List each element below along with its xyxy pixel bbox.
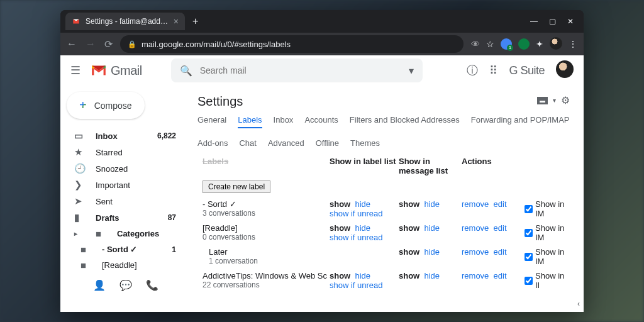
inbox-icon: ▭ xyxy=(74,130,86,142)
important-icon: ❯ xyxy=(74,179,86,191)
search-input[interactable] xyxy=(200,65,401,75)
settings-gear-icon[interactable]: ⚙ xyxy=(561,94,570,106)
close-window-button[interactable]: ✕ xyxy=(567,17,574,26)
tab-inbox[interactable]: Inbox xyxy=(274,115,294,128)
clock-icon: 🕘 xyxy=(74,163,86,174)
extension-2-icon[interactable] xyxy=(518,38,530,50)
edit-link[interactable]: edit xyxy=(494,247,507,257)
maximize-button[interactable]: ▢ xyxy=(549,17,556,26)
show-in-imap-checkbox[interactable] xyxy=(525,253,533,261)
label-row: Later1 conversation show hide remove edi… xyxy=(197,245,571,269)
show-link[interactable]: show xyxy=(399,247,419,257)
col-actions: Actions xyxy=(462,157,525,175)
browser-toolbar: ← → ⟳ 🔒 mail.google.com/mail/u/0/#settin… xyxy=(60,33,584,55)
label-row: AddictiveTips: Windows & Web Sc22 conver… xyxy=(197,269,571,292)
tab-chat[interactable]: Chat xyxy=(239,138,256,150)
tab-labels[interactable]: Labels xyxy=(238,115,262,128)
new-tab-button[interactable]: + xyxy=(192,16,198,27)
density-caret-icon[interactable]: ▾ xyxy=(553,97,556,104)
extension-1-icon[interactable]: 1 xyxy=(501,38,512,50)
account-avatar[interactable] xyxy=(556,60,574,81)
profile-avatar-icon[interactable] xyxy=(550,37,562,52)
tab-forwarding[interactable]: Forwarding and POP/IMAP xyxy=(471,115,570,128)
phone-icon[interactable]: 📞 xyxy=(146,279,158,291)
hangouts-icon[interactable]: 💬 xyxy=(119,279,132,291)
hide-link[interactable]: hide xyxy=(424,247,440,257)
show-unread-link[interactable]: show if unread xyxy=(330,280,383,290)
sent-icon: ➤ xyxy=(74,196,86,207)
forward-button[interactable]: → xyxy=(86,38,96,50)
search-box[interactable]: 🔍 ▾ xyxy=(171,58,423,82)
tab-themes[interactable]: Themes xyxy=(350,138,380,150)
tab-close-icon[interactable]: × xyxy=(174,16,179,26)
apps-grid-icon[interactable]: ⠿ xyxy=(489,64,497,77)
show-unread-link[interactable]: show if unread xyxy=(330,233,383,242)
tab-offline[interactable]: Offline xyxy=(316,138,339,150)
show-unread-link[interactable]: show if unread xyxy=(330,209,383,218)
label-row: - Sortd ✓3 conversations show hideshow i… xyxy=(197,197,571,221)
remove-link[interactable]: remove xyxy=(462,223,489,233)
tab-advanced[interactable]: Advanced xyxy=(268,138,304,150)
show-link[interactable]: show xyxy=(399,199,419,209)
support-icon[interactable]: ⓘ xyxy=(467,63,478,78)
show-link[interactable]: show xyxy=(330,223,350,233)
sidebar-item-sortd[interactable]: ■- Sortd ✓1 xyxy=(60,242,186,257)
hide-link[interactable]: hide xyxy=(424,199,440,209)
show-link[interactable]: show xyxy=(330,199,350,209)
gmail-logo[interactable]: Gmail xyxy=(91,64,142,78)
plus-icon: + xyxy=(79,98,87,113)
show-link[interactable]: show xyxy=(399,271,419,280)
show-link[interactable]: show xyxy=(399,223,419,233)
create-label-button[interactable]: Create new label xyxy=(203,180,270,193)
hide-link[interactable]: hide xyxy=(424,271,440,280)
hide-link[interactable]: hide xyxy=(355,271,370,280)
remove-link[interactable]: remove xyxy=(462,247,489,257)
sidebar-item-starred[interactable]: ★Starred xyxy=(60,144,186,160)
sidebar-item-snoozed[interactable]: 🕘Snoozed xyxy=(60,160,186,177)
edit-link[interactable]: edit xyxy=(494,223,507,233)
hide-link[interactable]: hide xyxy=(355,199,370,209)
label-icon: ■ xyxy=(80,244,92,255)
menu-hamburger-icon[interactable]: ☰ xyxy=(70,64,80,77)
titlebar: Settings - fatima@addictivetips.c × + — … xyxy=(60,10,584,33)
sidebar-item-categories[interactable]: ▸■Categories xyxy=(60,226,186,242)
compose-label: Compose xyxy=(94,101,132,111)
remove-link[interactable]: remove xyxy=(462,199,489,209)
side-panel-toggle-icon[interactable]: ‹ xyxy=(577,299,580,308)
tab-accounts[interactable]: Accounts xyxy=(304,115,338,128)
show-in-imap-checkbox[interactable] xyxy=(525,277,533,285)
browser-menu-icon[interactable]: ⋮ xyxy=(569,39,577,49)
tab-addons[interactable]: Add-ons xyxy=(197,138,228,150)
sidebar-item-readdle[interactable]: ■[Readdle] xyxy=(60,257,186,273)
tab-filters[interactable]: Filters and Blocked Addresses xyxy=(350,115,460,128)
sidebar-item-inbox[interactable]: ▭Inbox6,822 xyxy=(60,128,186,144)
label-row: [Readdle]0 conversations show hideshow i… xyxy=(197,221,571,245)
hide-link[interactable]: hide xyxy=(424,223,440,233)
reload-button[interactable]: ⟳ xyxy=(104,38,113,50)
show-in-imap-checkbox[interactable] xyxy=(525,205,533,213)
eye-icon[interactable]: 👁 xyxy=(471,39,480,49)
bookmark-star-icon[interactable]: ☆ xyxy=(486,39,494,49)
remove-link[interactable]: remove xyxy=(462,271,489,280)
minimize-button[interactable]: — xyxy=(530,17,538,26)
hide-link[interactable]: hide xyxy=(355,223,370,233)
compose-button[interactable]: + Compose xyxy=(67,92,145,119)
contacts-icon[interactable]: 👤 xyxy=(93,279,106,291)
tab-general[interactable]: General xyxy=(197,115,226,128)
sidebar-item-important[interactable]: ❯Important xyxy=(60,177,186,193)
sidebar-item-sent[interactable]: ➤Sent xyxy=(60,193,186,209)
edit-link[interactable]: edit xyxy=(494,199,507,209)
show-link[interactable]: show xyxy=(330,271,350,280)
browser-tab[interactable]: Settings - fatima@addictivetips.c × xyxy=(65,13,185,30)
show-in-imap-checkbox[interactable] xyxy=(525,229,533,237)
page-content: ☰ Gmail 🔍 ▾ ⓘ ⠿ G Suite + Compose xyxy=(60,55,584,312)
gmail-m-icon xyxy=(91,64,107,77)
sidebar-item-drafts[interactable]: ▮Drafts87 xyxy=(60,209,186,226)
settings-main: Settings ▬ ▾ ⚙ General Labels Inbox Acco… xyxy=(186,86,584,312)
search-options-icon[interactable]: ▾ xyxy=(409,65,414,77)
extensions-puzzle-icon[interactable]: ✦ xyxy=(536,39,543,49)
back-button[interactable]: ← xyxy=(67,38,77,50)
address-bar[interactable]: 🔒 mail.google.com/mail/u/0/#settings/lab… xyxy=(120,35,464,53)
edit-link[interactable]: edit xyxy=(494,271,507,280)
density-toggle[interactable]: ▬ xyxy=(537,97,548,104)
